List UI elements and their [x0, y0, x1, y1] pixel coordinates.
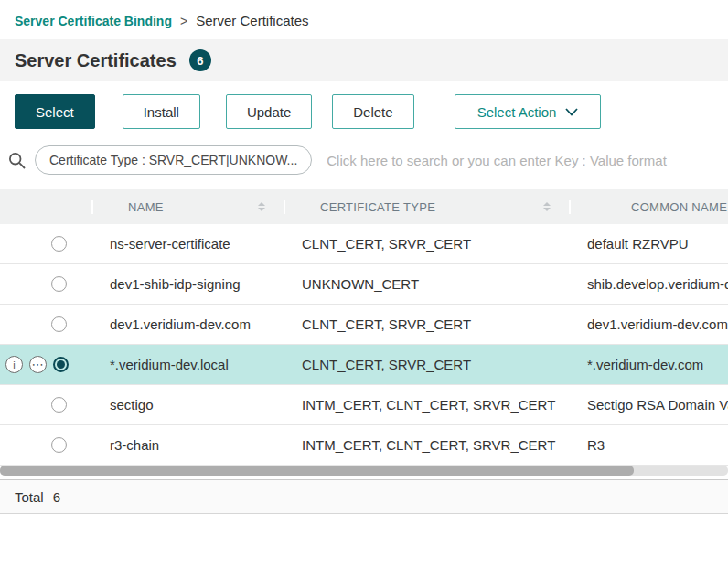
scrollbar-thumb[interactable]: [0, 466, 634, 476]
cell-common-name: dev1.veridium-dev.com: [569, 316, 728, 332]
row-radio[interactable]: [51, 397, 67, 413]
sort-icon: [543, 202, 551, 211]
cell-name: dev1-shib-idp-signing: [91, 276, 284, 292]
total-value: 6: [53, 489, 60, 505]
more-actions-icon[interactable]: ⋯: [29, 356, 47, 373]
table-footer: Total 6: [0, 479, 728, 514]
cell-certificate-type: UNKNOWN_CERT: [284, 276, 569, 292]
page-title: Server Certificates: [15, 50, 177, 71]
row-radio[interactable]: [51, 276, 67, 292]
count-badge: 6: [189, 49, 211, 71]
cell-name: dev1.veridium-dev.com: [91, 316, 284, 332]
cell-certificate-type: CLNT_CERT, SRVR_CERT: [284, 357, 569, 372]
sort-icon: [258, 202, 265, 211]
certificates-table: NAME CERTIFICATE TYPE COMMON NAME ns-ser…: [0, 189, 728, 466]
toolbar: Select Install Update Delete Select Acti…: [0, 81, 728, 133]
chevron-down-icon: [565, 108, 578, 116]
search-input[interactable]: [327, 153, 713, 168]
column-header-certificate-type[interactable]: CERTIFICATE TYPE: [284, 200, 569, 214]
search-bar: Certificate Type : SRVR_CERT|UNKNOW...: [0, 133, 728, 184]
select-button[interactable]: Select: [15, 94, 95, 129]
row-radio[interactable]: [51, 437, 67, 453]
breadcrumb: Server Certificate Binding > Server Cert…: [0, 0, 728, 39]
row-radio[interactable]: [51, 316, 67, 332]
cell-common-name: default RZRVPU: [569, 236, 728, 252]
row-radio[interactable]: [51, 236, 67, 252]
table-row[interactable]: sectigo INTM_CERT, CLNT_CERT, SRVR_CERT …: [0, 385, 728, 425]
horizontal-scrollbar[interactable]: [0, 466, 728, 476]
table-row-selected[interactable]: i ⋯ *.veridium-dev.local CLNT_CERT, SRVR…: [0, 345, 728, 385]
column-header-name[interactable]: NAME: [91, 200, 284, 214]
cell-certificate-type: INTM_CERT, CLNT_CERT, SRVR_CERT: [284, 397, 569, 413]
filter-chip[interactable]: Certificate Type : SRVR_CERT|UNKNOW...: [35, 145, 312, 175]
cell-name: sectigo: [91, 397, 284, 413]
info-icon[interactable]: i: [5, 356, 23, 373]
title-bar: Server Certificates 6: [0, 39, 728, 81]
search-icon[interactable]: [7, 151, 27, 170]
cell-certificate-type: INTM_CERT, CLNT_CERT, SRVR_CERT: [284, 437, 569, 453]
table-row[interactable]: ns-server-certificate CLNT_CERT, SRVR_CE…: [0, 224, 728, 264]
select-action-dropdown[interactable]: Select Action: [455, 94, 602, 129]
install-button[interactable]: Install: [123, 94, 200, 129]
delete-button[interactable]: Delete: [332, 94, 413, 129]
table-row[interactable]: dev1.veridium-dev.com CLNT_CERT, SRVR_CE…: [0, 305, 728, 345]
breadcrumb-current: Server Certificates: [196, 13, 308, 28]
table-header: NAME CERTIFICATE TYPE COMMON NAME: [0, 189, 728, 224]
update-button[interactable]: Update: [226, 94, 312, 129]
cell-name: r3-chain: [91, 437, 284, 453]
row-radio-checked[interactable]: [53, 357, 69, 372]
cell-name: ns-server-certificate: [91, 236, 284, 252]
cell-name: *.veridium-dev.local: [91, 357, 284, 372]
cell-common-name: shib.develop.veridium-d: [569, 276, 728, 292]
column-header-common-name[interactable]: COMMON NAME: [569, 200, 728, 214]
cell-certificate-type: CLNT_CERT, SRVR_CERT: [284, 316, 569, 332]
breadcrumb-separator: >: [180, 14, 187, 28]
select-action-label: Select Action: [477, 104, 557, 120]
cell-common-name: *.veridium-dev.com: [569, 357, 728, 372]
cell-certificate-type: CLNT_CERT, SRVR_CERT: [284, 236, 569, 252]
breadcrumb-link-parent[interactable]: Server Certificate Binding: [15, 14, 172, 28]
table-row[interactable]: r3-chain INTM_CERT, CLNT_CERT, SRVR_CERT…: [0, 425, 728, 466]
table-row[interactable]: dev1-shib-idp-signing UNKNOWN_CERT shib.…: [0, 264, 728, 305]
cell-common-name: Sectigo RSA Domain Va: [569, 397, 728, 413]
total-label: Total: [15, 489, 44, 505]
cell-common-name: R3: [569, 437, 728, 453]
